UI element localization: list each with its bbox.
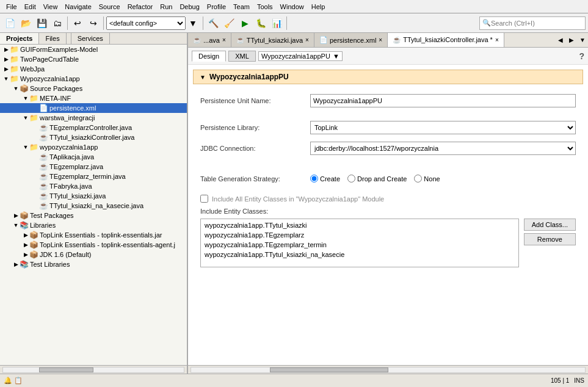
radio-none-input[interactable]	[414, 175, 422, 183]
notifications-icon[interactable]: 🔔	[4, 377, 12, 384]
config-dropdown-btn[interactable]: ▼	[186, 16, 200, 31]
entity-item[interactable]: wypozyczalnia1app.TEgzemplarz	[202, 230, 517, 240]
tab-close-ttytul_tab[interactable]: ×	[305, 37, 309, 43]
tab-close-java_tab[interactable]: ×	[222, 37, 226, 43]
right-scrollbar-thumb[interactable]	[270, 367, 388, 372]
tree-arrow-test_libraries[interactable]: ▶	[12, 261, 20, 267]
pu-dropdown[interactable]: Wypozyczalnia1appPU ▼	[258, 51, 343, 61]
tree-arrow-toplink_agent[interactable]: ▶	[22, 242, 29, 248]
entity-item[interactable]: wypozyczalnia1app.TTytul_ksiazki	[202, 220, 517, 230]
file-tab-java_tab[interactable]: ☕...ava×	[188, 33, 231, 48]
tree-item-meta_inf[interactable]: ▼📁META-INF	[0, 93, 187, 103]
tree-arrow-test_packages[interactable]: ▶	[12, 212, 20, 219]
tree-arrow-libraries[interactable]: ▼	[12, 222, 20, 228]
tree-item-libraries[interactable]: ▼📚Libraries	[0, 220, 187, 230]
search-input[interactable]	[491, 20, 583, 27]
tree-arrow-guiform[interactable]: ▶	[2, 46, 10, 52]
tree-item-webjpa[interactable]: ▶📁WebJpa	[0, 64, 187, 74]
tree-item-tegzemplarz_termin[interactable]: ☕TEgzemplarz_termin.java	[0, 172, 187, 181]
build-button[interactable]: 🔨	[206, 16, 220, 31]
tree-item-ttytul_ksiazki[interactable]: ☕TTytul_ksiazki.java	[0, 191, 187, 201]
tree-arrow-webjpa[interactable]: ▶	[2, 66, 10, 72]
file-tab-ttytul_tab[interactable]: ☕TTytul_ksiazki.java×	[231, 33, 314, 48]
tab-services[interactable]: Services	[71, 33, 110, 44]
menu-item-help[interactable]: Help	[308, 2, 329, 12]
menu-item-run[interactable]: Run	[156, 2, 176, 12]
remove-button[interactable]: Remove	[524, 233, 576, 245]
tree-arrow-source_packages[interactable]: ▼	[12, 85, 20, 92]
tree-item-source_packages[interactable]: ▼📦Source Packages	[0, 84, 187, 93]
persistence-unit-name-input[interactable]	[310, 94, 576, 107]
tab-nav-left[interactable]: ◀	[555, 34, 566, 47]
add-class-button[interactable]: Add Class...	[524, 219, 576, 231]
menu-item-debug[interactable]: Debug	[176, 2, 203, 12]
menu-item-team[interactable]: Team	[230, 2, 253, 12]
tree-arrow-wypozyczalnia1app[interactable]: ▼	[2, 76, 10, 82]
menu-item-refactor[interactable]: Refactor	[124, 2, 157, 12]
radio-create-input[interactable]	[310, 175, 318, 183]
include-all-checkbox[interactable]	[200, 195, 208, 203]
save-button[interactable]: 💾	[34, 16, 49, 31]
tab-close-ttytul_ctrl_tab[interactable]: ×	[495, 37, 499, 43]
menu-item-tools[interactable]: Tools	[253, 2, 277, 12]
file-tab-ttytul_ctrl_tab[interactable]: ☕TTytul_ksiazkiController.java *×	[388, 33, 504, 48]
tree-arrow-warstwa_integracji[interactable]: ▼	[22, 115, 29, 121]
undo-button[interactable]: ↩	[70, 16, 85, 31]
tree-item-tegzemplarz_ctrl[interactable]: ☕TEgzemplarzController.java	[0, 123, 187, 132]
save-all-button[interactable]: 🗂	[50, 16, 65, 31]
radio-drop-and-create[interactable]: Drop and Create	[347, 175, 407, 183]
tree-item-test_libraries[interactable]: ▶📚Test Libraries	[0, 259, 187, 269]
debug-button[interactable]: 🐛	[253, 16, 268, 31]
tree-item-test_packages[interactable]: ▶📦Test Packages	[0, 211, 187, 220]
tree-arrow-twopage[interactable]: ▶	[2, 56, 10, 62]
tree-item-wypozyczalnia1app[interactable]: ▼📁Wypozyczalnia1app	[0, 74, 187, 84]
run-button[interactable]: ▶	[238, 16, 252, 31]
menu-item-profile[interactable]: Profile	[203, 2, 230, 12]
right-bottom-scroll[interactable]	[188, 365, 588, 374]
tab-files[interactable]: Files	[39, 33, 66, 44]
radio-create[interactable]: Create	[310, 175, 340, 183]
help-icon[interactable]: ?	[579, 51, 584, 61]
section-expand-icon[interactable]: ▼	[200, 74, 206, 81]
config-selector[interactable]: <default config> ▼	[106, 16, 200, 31]
tree-item-taplikacja[interactable]: ☕TAplikacja.java	[0, 152, 187, 162]
tab-nav-menu[interactable]: ▼	[577, 34, 588, 47]
horizontal-scrollbar[interactable]	[2, 367, 184, 373]
tree-item-toplink_essentials[interactable]: ▶📦TopLink Essentials - toplink-essential…	[0, 230, 187, 240]
right-horizontal-scrollbar[interactable]	[191, 367, 586, 373]
design-tab-btn[interactable]: Design	[192, 51, 226, 62]
open-button[interactable]: 📂	[18, 16, 33, 31]
tab-projects[interactable]: Projects	[0, 33, 39, 44]
tree-item-tegzemplarz[interactable]: ☕TEgzemplarz.java	[0, 162, 187, 172]
tree-item-twopage[interactable]: ▶📁TwoPageCrudTable	[0, 54, 187, 64]
tree-arrow-jdk16[interactable]: ▶	[22, 251, 29, 258]
menu-item-navigate[interactable]: Navigate	[61, 2, 95, 12]
tree-item-persistence_xml[interactable]: 📄persistence.xml	[0, 103, 187, 113]
tree-item-guiform[interactable]: ▶📁GUIFormExamples-Model	[0, 45, 187, 54]
menu-item-source[interactable]: Source	[95, 2, 124, 12]
menu-item-view[interactable]: View	[40, 2, 62, 12]
tab-nav-right[interactable]: ▶	[566, 34, 577, 47]
clean-button[interactable]: 🧹	[222, 16, 236, 31]
new-button[interactable]: 📄	[2, 16, 17, 31]
tab-close-persistence_tab[interactable]: ×	[379, 37, 382, 43]
tree-arrow-meta_inf[interactable]: ▼	[22, 95, 29, 101]
tree-item-ttytul_ctrl[interactable]: ☕TTytul_ksiazkiController.java	[0, 132, 187, 142]
entity-item[interactable]: wypozyczalnia1app.TTytul_ksiazki_na_kase…	[202, 250, 517, 259]
radio-none[interactable]: None	[414, 175, 440, 183]
tree-item-ttytul_na_kasecie[interactable]: ☕TTytul_ksiazki_na_kasecie.java	[0, 201, 187, 211]
scrollbar-thumb[interactable]	[39, 367, 93, 372]
config-dropdown[interactable]: <default config>	[106, 16, 186, 30]
menu-item-edit[interactable]: Edit	[21, 2, 40, 12]
tree-item-jdk16[interactable]: ▶📦JDK 1.6 (Default)	[0, 250, 187, 259]
menu-item-window[interactable]: Window	[277, 2, 308, 12]
menu-item-file[interactable]: File	[2, 2, 21, 12]
tree-arrow-toplink_essentials[interactable]: ▶	[22, 232, 29, 238]
tree-item-toplink_agent[interactable]: ▶📦TopLink Essentials - toplink-essential…	[0, 240, 187, 250]
file-tab-persistence_tab[interactable]: 📄persistence.xml×	[314, 33, 388, 48]
jdbc-connection-select[interactable]: jdbc:derby://localhost:1527/wporzyczalni…	[310, 142, 576, 155]
tree-item-wypozyczalnia1app_pkg[interactable]: ▼📁wypozyczalnia1app	[0, 142, 187, 152]
search-box[interactable]: 🔍	[479, 16, 586, 30]
redo-button[interactable]: ↪	[86, 16, 101, 31]
bottom-scroll[interactable]	[0, 365, 187, 374]
